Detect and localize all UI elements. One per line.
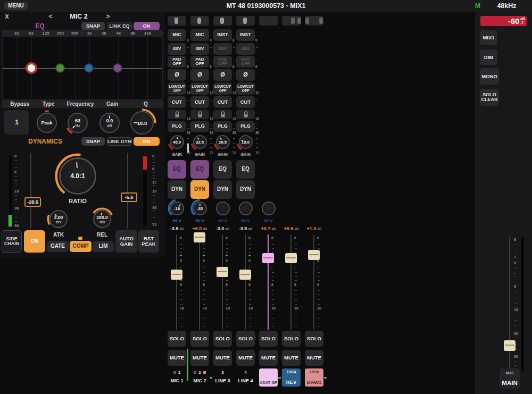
dyn-on-big-button[interactable]: ON [24,230,45,253]
dyn-snap-button[interactable]: SNAP [81,137,105,146]
ch1-phantom-button[interactable]: 48V [168,43,186,55]
main-fader-handle[interactable] [504,340,516,351]
ch4-lock-icon[interactable] [236,110,255,119]
ch1-gain-knob[interactable]: 45.0 [168,132,187,152]
ch3-pad-button[interactable]: PADOFF [213,56,232,68]
ch5-channel-label[interactable]: ADAT GF [259,368,278,387]
eq-gain-knob[interactable]: 0.0dB [97,110,122,136]
ch1-dyn-button[interactable]: DYN [168,180,186,199]
dyn-threshold-value[interactable]: -28.5 [24,197,41,207]
ch4-phase-button[interactable]: Ø [236,69,255,81]
ch3-gain-knob[interactable]: 20.5 [213,132,232,152]
monitor-source-button[interactable]: MIX1 [480,30,497,45]
dyn-threshold-slider[interactable] [30,153,31,229]
ch1-plg-button[interactable]: PLG [168,121,186,132]
ch6-mute-button[interactable]: MUTE [282,350,301,366]
eq-band-handle-4[interactable] [113,63,122,73]
eq-graph[interactable] [2,36,163,100]
ch2-lock-icon[interactable] [190,110,209,119]
gate-button[interactable]: GATE [47,241,69,252]
dyn-makeup-value[interactable]: -5.6 [121,192,137,202]
ch3-routing-toggle[interactable] [213,16,232,26]
ch2-source-button[interactable]: MIC [190,29,209,41]
ch2-eq-button[interactable]: EQ [190,160,209,179]
ch4-lowcut-button[interactable]: LOWCUTOFF [236,82,255,95]
ch1-routing-toggle[interactable] [168,16,186,26]
ch2-solo-button[interactable]: SOLO [190,331,209,347]
main-fader-track[interactable] [509,237,510,372]
ch4-routing-toggle[interactable] [236,16,255,26]
ch3-eq-button[interactable]: EQ [213,160,232,179]
ch6-fader-track[interactable] [290,234,292,330]
attack-knob[interactable]: 2.00ms [47,207,70,231]
ch3-mute-button[interactable]: MUTE [213,350,232,366]
ch6-routing-toggle[interactable] [282,16,301,26]
editor-close-button[interactable]: X [3,13,11,20]
ch4-phantom-button[interactable]: 48V [236,43,255,55]
ch4-cut-button[interactable]: CUT [236,96,255,108]
dyn-on-button[interactable]: ON [134,137,160,146]
ch3-source-button[interactable]: INST [213,29,232,41]
ch3-cut-button[interactable]: CUT [213,96,232,108]
ch2-fader-track[interactable] [199,234,200,330]
mono-button[interactable]: MONO [480,68,499,85]
ch3-fader-handle[interactable] [217,267,228,277]
ch4-eq-button[interactable]: EQ [236,160,255,179]
eq-band-handle-2[interactable] [55,63,65,73]
eq-band-handle-3[interactable] [84,63,94,73]
ch2-phase-button[interactable]: Ø [190,69,209,81]
ch7-fader-track[interactable] [313,234,314,330]
ch4-fader-track[interactable] [245,234,246,330]
ch6-solo-button[interactable]: SOLO [282,331,301,347]
ch5-rev-send-knob[interactable] [259,199,278,218]
ch1-fader-track[interactable] [176,234,177,330]
ch4-plg-button[interactable]: PLG [236,121,255,132]
ch2-mute-button[interactable]: MUTE [190,350,209,366]
side-chain-button[interactable]: SIDECHAIN [2,230,22,253]
ch4-source-button[interactable]: INST [236,29,255,41]
ch1-eq-button[interactable]: EQ [168,160,186,179]
solo-clear-button[interactable]: SOLOCLEAR [480,89,499,106]
ch2-cut-button[interactable]: CUT [190,96,209,108]
ch5-fader-handle[interactable] [262,253,274,263]
ch1-source-button[interactable]: MIC [168,29,186,41]
eq-band-handle-1[interactable] [26,62,37,74]
release-knob[interactable]: 200.0ms [90,207,114,231]
ch1-solo-button[interactable]: SOLO [168,331,186,347]
ch2-phantom-button[interactable]: 48V [190,43,209,55]
ch7-mute-button[interactable]: MUTE [305,350,323,366]
ch7-fader-handle[interactable] [308,250,320,260]
ch3-plg-button[interactable]: PLG [213,121,232,132]
ch3-phase-button[interactable]: Ø [213,69,232,81]
eq-link-button[interactable]: LINK EQ [107,22,132,30]
comp-button[interactable]: COMP [70,241,92,252]
ch3-lock-icon[interactable] [213,110,232,119]
ch3-rev-send-knob[interactable] [213,199,232,218]
dim-button[interactable]: DIM [480,49,497,65]
eq-snap-button[interactable]: SNAP [81,22,105,30]
ch1-pad-button[interactable]: PADOFF [168,56,186,68]
ch2-lowcut-button[interactable]: LOWCUTOFF [190,82,209,95]
prev-channel-button[interactable]: < [47,13,54,20]
auto-gain-button[interactable]: AUTOGAIN [115,230,137,253]
eq-q-knob[interactable]: 10.0 [128,108,156,137]
ch2-plg-button[interactable]: PLG [190,121,209,132]
ch2-rev-send-knob[interactable]: -35 [190,199,210,218]
ch1-phase-button[interactable]: Ø [168,69,186,81]
ch6-fader-handle[interactable] [285,253,297,263]
ch1-mute-button[interactable]: MUTE [168,350,186,366]
ch3-fader-track[interactable] [222,234,223,330]
ch4-mute-button[interactable]: MUTE [236,350,255,366]
ch6-channel-label[interactable]: 13/14REV [282,368,301,387]
ch2-fader-handle[interactable] [194,232,205,242]
dyn-link-button[interactable]: LINK DYN [107,137,132,146]
ch1-rev-send-knob[interactable]: -18 [168,199,187,218]
main-output-button[interactable]: MIX1MAIN [500,368,520,389]
dyn-makeup-slider[interactable] [127,153,128,229]
lim-button[interactable]: LIM [93,241,114,252]
ch5-solo-button[interactable]: SOLO [259,331,278,347]
ch4-pad-button[interactable]: PADOFF [236,56,255,68]
ch4-dyn-button[interactable]: DYN [236,180,255,199]
ch4-fader-handle[interactable] [239,270,251,280]
ch4-rev-send-knob[interactable] [236,199,255,218]
